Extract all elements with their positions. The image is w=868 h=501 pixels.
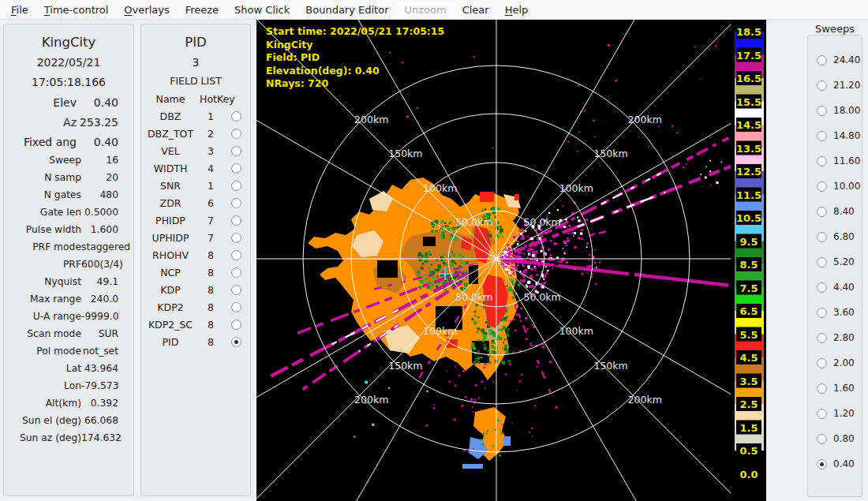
field-radio-kdp2_sc[interactable] bbox=[231, 320, 241, 330]
sweep-option-5.20[interactable]: 5.20 bbox=[808, 249, 862, 275]
sweep-label: 14.80 bbox=[833, 130, 860, 141]
sweep-option-2.00[interactable]: 2.00 bbox=[808, 350, 862, 376]
field-rows: DBZ1DBZ_TOT2VEL3WIDTH4SNR1ZDR6PHIDP7UPHI… bbox=[141, 107, 250, 350]
field-radio-uphidp[interactable] bbox=[231, 233, 241, 243]
sweep-label: 18.00 bbox=[833, 105, 860, 116]
status-label: Lon bbox=[4, 380, 81, 391]
sweep-radio-5.20[interactable] bbox=[817, 257, 827, 267]
field-row-phidp: PHIDP7 bbox=[141, 211, 250, 229]
field-radio-kdp[interactable] bbox=[231, 285, 241, 295]
sweep-option-1.60[interactable]: 1.60 bbox=[808, 376, 862, 401]
sweep-radio-1.20[interactable] bbox=[817, 409, 827, 419]
field-hotkey: 7 bbox=[200, 215, 222, 226]
status-value: not_set bbox=[81, 346, 133, 357]
menu-item-time-control[interactable]: Time-control bbox=[36, 2, 117, 18]
status-row: Pulse width1.600 bbox=[4, 221, 133, 238]
field-radio-width[interactable] bbox=[231, 163, 241, 174]
menu-item-help[interactable]: Help bbox=[497, 2, 537, 18]
sweep-radio-10.00[interactable] bbox=[817, 181, 827, 192]
status-value: 600(3/4) bbox=[81, 259, 133, 270]
field-radio-zdr[interactable] bbox=[231, 198, 241, 208]
sweep-option-21.20[interactable]: 21.20 bbox=[808, 73, 862, 98]
sweep-option-11.60[interactable]: 11.60 bbox=[808, 148, 862, 174]
status-value: 0.5000 bbox=[81, 207, 133, 218]
field-radio-dbz_tot[interactable] bbox=[231, 129, 241, 139]
status-label: PRF bbox=[4, 259, 81, 270]
status-label: Fixed ang bbox=[4, 136, 77, 148]
status-value: 20 bbox=[81, 172, 133, 183]
menu-item-freeze[interactable]: Freeze bbox=[178, 2, 226, 18]
sweep-option-1.20[interactable]: 1.20 bbox=[808, 401, 862, 426]
sweep-radio-24.40[interactable] bbox=[817, 55, 827, 65]
field-radio-snr[interactable] bbox=[231, 181, 241, 191]
col-hotkey: HotKey bbox=[200, 93, 222, 105]
ring-label: 100km bbox=[423, 325, 457, 337]
field-radio-pid[interactable] bbox=[231, 337, 241, 347]
status-value: 0.40 bbox=[77, 136, 133, 148]
status-value: 0.40 bbox=[77, 96, 133, 109]
sweep-radio-11.60[interactable] bbox=[817, 156, 827, 166]
field-radio-kdp2[interactable] bbox=[231, 302, 241, 312]
status-value: 0.392 bbox=[81, 398, 133, 409]
field-name: PID bbox=[141, 336, 200, 348]
sweep-option-0.40[interactable]: 0.40 bbox=[808, 451, 862, 477]
sweep-option-10.00[interactable]: 10.00 bbox=[808, 174, 862, 199]
ring-label: 100km bbox=[559, 182, 593, 194]
sweep-rows: 24.4021.2018.0014.8011.6010.008.406.805.… bbox=[808, 36, 862, 477]
sweep-option-6.80[interactable]: 6.80 bbox=[808, 224, 862, 249]
field-radio-phidp[interactable] bbox=[231, 215, 241, 226]
menu-item-clear[interactable]: Clear bbox=[455, 2, 497, 18]
sweep-option-2.80[interactable]: 2.80 bbox=[808, 325, 862, 350]
radar-annotation-line: Field: PID bbox=[266, 51, 320, 63]
sweep-radio-14.80[interactable] bbox=[817, 131, 827, 141]
field-list-heading: FIELD LIST bbox=[141, 73, 250, 90]
menu-item-file[interactable]: File bbox=[3, 2, 36, 18]
sweep-radio-6.80[interactable] bbox=[817, 232, 827, 242]
menu-item-show-click[interactable]: Show Click bbox=[226, 2, 297, 18]
field-row-kdp2: KDP28 bbox=[141, 298, 250, 316]
field-row-dbz: DBZ1 bbox=[141, 107, 250, 125]
sweep-radio-18.00[interactable] bbox=[817, 106, 827, 116]
field-radio-rhohv[interactable] bbox=[231, 250, 241, 260]
field-radio-ncp[interactable] bbox=[231, 267, 241, 278]
field-radio-dbz[interactable] bbox=[231, 111, 241, 122]
status-value: staggered bbox=[81, 241, 133, 252]
sweep-option-3.60[interactable]: 3.60 bbox=[808, 300, 862, 325]
radar-display[interactable]: 50.0km100km150km200km50.0km100km150km200… bbox=[256, 20, 766, 501]
sweep-option-24.40[interactable]: 24.40 bbox=[808, 47, 862, 73]
sweep-option-0.80[interactable]: 0.80 bbox=[808, 426, 862, 451]
status-value: 253.25 bbox=[77, 116, 133, 129]
sweep-radio-0.40[interactable] bbox=[817, 459, 827, 469]
sweep-radio-8.40[interactable] bbox=[817, 207, 827, 217]
status-label: Nyquist bbox=[4, 276, 81, 287]
sweep-option-8.40[interactable]: 8.40 bbox=[808, 199, 862, 224]
radar-svg[interactable]: 50.0km100km150km200km50.0km100km150km200… bbox=[256, 20, 766, 501]
status-label: N samp bbox=[4, 172, 81, 183]
colorbar-label: 8.5 bbox=[739, 259, 758, 271]
sweep-radio-2.80[interactable] bbox=[817, 333, 827, 343]
radar-annotation-line: Start time: 2022/05/21 17:05:15 bbox=[266, 25, 444, 37]
field-hotkey: 7 bbox=[200, 232, 222, 244]
sweep-radio-1.60[interactable] bbox=[817, 383, 827, 394]
field-name: DBZ_TOT bbox=[141, 128, 200, 140]
sweep-option-18.00[interactable]: 18.00 bbox=[808, 98, 862, 123]
status-label: Sun el (deg) bbox=[4, 415, 81, 426]
field-hotkey: 4 bbox=[200, 163, 222, 174]
sweep-radio-4.40[interactable] bbox=[817, 282, 827, 293]
menu-item-overlays[interactable]: Overlays bbox=[116, 2, 177, 18]
field-radio-vel[interactable] bbox=[231, 146, 241, 156]
status-label: Lat bbox=[4, 363, 81, 374]
sweep-radio-0.80[interactable] bbox=[817, 434, 827, 444]
sweep-label: 6.80 bbox=[833, 231, 855, 242]
field-name: DBZ bbox=[141, 110, 200, 122]
sweep-radio-2.00[interactable] bbox=[817, 358, 827, 368]
menu-item-boundary-editor[interactable]: Boundary Editor bbox=[297, 2, 396, 18]
sweep-radio-21.20[interactable] bbox=[817, 80, 827, 91]
field-list-header: Name HotKey bbox=[141, 90, 250, 107]
sweep-option-14.80[interactable]: 14.80 bbox=[808, 123, 862, 148]
sweep-label: 8.40 bbox=[833, 206, 855, 217]
sweep-option-4.40[interactable]: 4.40 bbox=[808, 275, 862, 300]
sweep-radio-3.60[interactable] bbox=[817, 308, 827, 318]
field-hotkey: 8 bbox=[200, 267, 222, 279]
col-name: Name bbox=[141, 93, 200, 105]
